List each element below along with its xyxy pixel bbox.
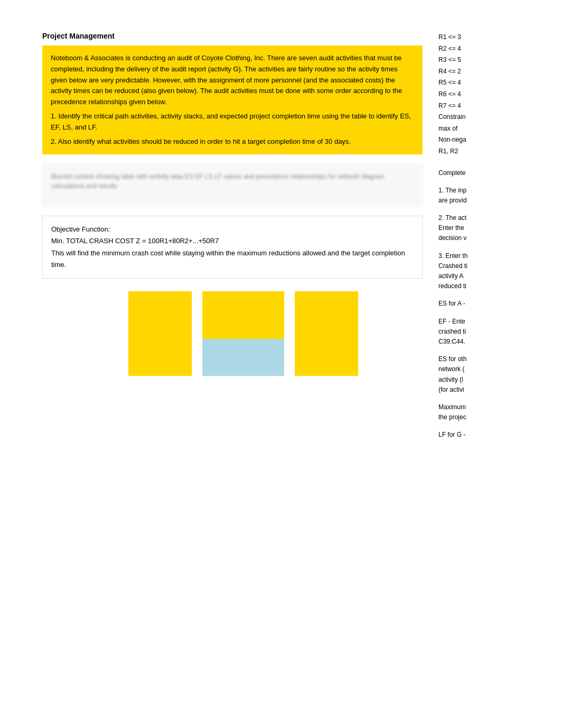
ef-detail2: C39:C44. (438, 337, 486, 347)
sidebar-maximum: Maximum the projec (438, 402, 486, 422)
item3-detail3: reduced ti (438, 281, 486, 291)
item1-detail: are provid (438, 196, 486, 206)
blurred-content-box: Blurred content showing table with activ… (42, 164, 423, 206)
ef-detail: crashed ti (438, 327, 486, 337)
constraint-r2: R2 <= 4 (438, 43, 486, 55)
item3-detail2: activity A (438, 271, 486, 281)
item1-label: 1. The inp (438, 186, 486, 196)
constraint-r6: R6 <= 4 (438, 89, 486, 100)
es-other-detail3: (for activi (438, 385, 486, 395)
constraint-r1r2: R1, R2 (438, 146, 486, 158)
chart-rect-middle-group (202, 291, 284, 376)
objective-line3: This will find the minimum crash cost wh… (51, 247, 414, 271)
objective-line2: Min. TOTAL CRASH COST Z = 100R1+80R2+...… (51, 235, 414, 247)
intro-paragraph-3: 2. Also identify what activities should … (51, 136, 414, 148)
es-other-label: ES for oth (438, 354, 486, 364)
item2-detail2: decision v (438, 233, 486, 243)
sidebar-constraints: R1 <= 3 R2 <= 4 R3 <= 5 R4 <= 2 R5 <= 4 … (438, 32, 486, 158)
intro-paragraph-1: Noteboom & Associates is conducting an a… (51, 53, 414, 108)
intro-paragraph-2: 1. Identify the critical path activities… (51, 111, 414, 133)
constraint-max: max of (438, 123, 486, 135)
sidebar-lf-g: LF for G - (438, 430, 486, 440)
max-detail: the projec (438, 412, 486, 422)
sidebar-es-a: ES for A - (438, 299, 486, 309)
sidebar-item-3: 3. Enter th Crashed ti activity A reduce… (438, 251, 486, 292)
es-a-label: ES for A - (438, 299, 486, 309)
max-label: Maximum (438, 402, 486, 412)
constraint-r1: R1 <= 3 (438, 32, 486, 43)
constraint-r7: R7 <= 4 (438, 100, 486, 112)
sidebar: R1 <= 3 R2 <= 4 R3 <= 5 R4 <= 2 R5 <= 4 … (433, 32, 486, 707)
sidebar-es-other: ES for oth network ( activity (l (for ac… (438, 354, 486, 395)
sidebar-ef: EF - Ente crashed ti C39:C44. (438, 317, 486, 347)
constraint-label: Constrain (438, 112, 486, 123)
chart-rect-left (128, 291, 192, 376)
objective-box: Objective Function: Min. TOTAL CRASH COS… (42, 216, 423, 278)
charts-area (42, 291, 423, 376)
chart-rect-middle-yellow (202, 291, 284, 339)
complete-text: Complete (438, 168, 486, 178)
constraint-r4: R4 <= 2 (438, 66, 486, 78)
item3-label: 3. Enter th (438, 251, 486, 261)
constraint-r3: R3 <= 5 (438, 54, 486, 66)
es-other-detail2: activity (l (438, 375, 486, 385)
sidebar-item-2: 2. The act Enter the decision v (438, 213, 486, 244)
sidebar-complete-label: Complete (438, 168, 486, 178)
item2-label: 2. The act (438, 213, 486, 223)
chart-rect-right (295, 291, 358, 376)
intro-box: Noteboom & Associates is conducting an a… (42, 45, 423, 154)
ef-label: EF - Ente (438, 317, 486, 327)
lf-g-label: LF for G - (438, 430, 486, 440)
constraint-r5: R5 <= 4 (438, 77, 486, 89)
constraint-nonneg: Non-nega (438, 134, 486, 146)
es-other-detail: network ( (438, 364, 486, 374)
objective-line1: Objective Function: (51, 224, 414, 235)
item3-detail: Crashed ti (438, 261, 486, 271)
sidebar-item-1: 1. The inp are provid (438, 186, 486, 206)
chart-rect-middle-blue (202, 339, 284, 376)
item2-detail: Enter the (438, 223, 486, 233)
blurred-text: Blurred content showing table with activ… (51, 172, 414, 191)
page-title: Project Management (42, 32, 423, 40)
